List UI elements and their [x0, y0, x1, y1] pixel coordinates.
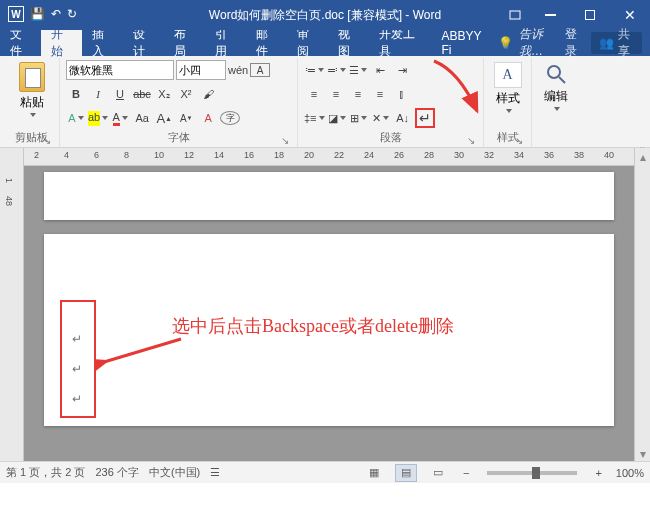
- shrink-font-icon[interactable]: A▼: [176, 108, 196, 128]
- align-right-icon[interactable]: ≡: [348, 84, 368, 104]
- ribbon: 粘贴 剪贴板↘ wén A B I U abc X₂ X² 🖌: [0, 56, 650, 148]
- justify-icon[interactable]: ≡: [370, 84, 390, 104]
- paragraph-mark-icon: ↵: [72, 362, 82, 377]
- clear-format-icon[interactable]: A: [198, 108, 218, 128]
- page-canvas[interactable]: ↵ ↵ ↵ 选中后点击Backspace或者delete删除: [24, 166, 634, 461]
- bold-button[interactable]: B: [66, 84, 86, 104]
- dialog-launcher-icon[interactable]: ↘: [279, 133, 291, 145]
- editing-button[interactable]: 编辑: [538, 60, 574, 113]
- numbering-icon[interactable]: ≕: [326, 60, 346, 80]
- align-left-icon[interactable]: ≡: [304, 84, 324, 104]
- find-icon: [544, 62, 568, 86]
- group-clipboard: 粘贴 剪贴板↘: [4, 58, 60, 147]
- status-bar: 第 1 页，共 2 页 236 个字 中文(中国) ☰ ▦ ▤ ▭ − + 10…: [0, 461, 650, 483]
- tab-design[interactable]: 设计: [123, 30, 164, 56]
- font-size-combo[interactable]: [176, 60, 226, 80]
- quick-access-toolbar: W 💾 ↶ ↻: [8, 6, 77, 22]
- tab-mailings[interactable]: 邮件: [246, 30, 287, 56]
- align-center-icon[interactable]: ≡: [326, 84, 346, 104]
- svg-rect-0: [510, 11, 520, 19]
- format-painter-icon[interactable]: 🖌: [198, 84, 218, 104]
- enclose-char-icon[interactable]: 字: [220, 111, 240, 125]
- share-button[interactable]: 👥共享: [591, 32, 642, 54]
- print-layout-icon[interactable]: ▤: [395, 464, 417, 482]
- paste-icon: [19, 62, 45, 92]
- group-paragraph: ≔ ≕ ☰ ⇤ ⇥ ≡ ≡ ≡ ≡ ⫿ ‡≡ ◪ ⊞ ✕ A↓ ↵ 段落: [298, 58, 484, 147]
- sort-icon[interactable]: A↓: [393, 108, 413, 128]
- status-word-count[interactable]: 236 个字: [95, 465, 138, 480]
- italic-button[interactable]: I: [88, 84, 108, 104]
- font-color-icon[interactable]: A: [110, 108, 130, 128]
- share-icon: 👥: [599, 36, 614, 50]
- font-name-combo[interactable]: [66, 60, 174, 80]
- zoom-level[interactable]: 100%: [616, 467, 644, 479]
- subscript-button[interactable]: X₂: [154, 84, 174, 104]
- increase-indent-icon[interactable]: ⇥: [392, 60, 412, 80]
- ribbon-tabs: 文件 开始 插入 设计 布局 引用 邮件 审阅 视图 开发工具 ABBYY Fi…: [0, 30, 650, 56]
- shading-icon[interactable]: ◪: [327, 108, 347, 128]
- tab-layout[interactable]: 布局: [164, 30, 205, 56]
- group-label: 段落: [380, 131, 402, 143]
- zoom-slider[interactable]: [487, 471, 577, 475]
- zoom-in-icon[interactable]: +: [591, 467, 605, 479]
- redo-icon[interactable]: ↻: [67, 7, 77, 21]
- vertical-ruler[interactable]: 1 48: [0, 148, 24, 461]
- tell-me[interactable]: 告诉我…: [519, 26, 559, 60]
- svg-line-2: [559, 77, 565, 83]
- group-styles: A 样式 样式↘: [484, 58, 532, 147]
- bullets-icon[interactable]: ≔: [304, 60, 324, 80]
- border-icon[interactable]: ⊞: [349, 108, 369, 128]
- superscript-button[interactable]: X²: [176, 84, 196, 104]
- undo-icon[interactable]: ↶: [51, 7, 61, 21]
- web-layout-icon[interactable]: ▭: [427, 464, 449, 482]
- svg-point-1: [548, 66, 560, 78]
- red-arrow-ribbon: [429, 56, 489, 126]
- dialog-launcher-icon[interactable]: ↘: [41, 133, 53, 145]
- group-label: 字体: [168, 131, 190, 143]
- strike-button[interactable]: abc: [132, 84, 152, 104]
- tab-file[interactable]: 文件: [0, 30, 41, 56]
- tab-insert[interactable]: 插入: [82, 30, 123, 56]
- paragraph-mark-icon: ↵: [72, 332, 82, 347]
- document-area: L 1 48 2 4 6 8 10 12 14 16 18 20 22 24 2…: [0, 148, 650, 461]
- text-effect-icon[interactable]: A: [66, 108, 86, 128]
- status-page[interactable]: 第 1 页，共 2 页: [6, 465, 85, 480]
- decrease-indent-icon[interactable]: ⇤: [370, 60, 390, 80]
- page-1[interactable]: [44, 172, 614, 220]
- track-changes-icon[interactable]: ☰: [210, 466, 220, 479]
- status-language[interactable]: 中文(中国): [149, 465, 200, 480]
- sign-in[interactable]: 登录: [565, 26, 585, 60]
- tab-view[interactable]: 视图: [328, 30, 369, 56]
- read-mode-icon[interactable]: ▦: [363, 464, 385, 482]
- svg-line-3: [104, 339, 181, 362]
- dialog-launcher-icon[interactable]: ↘: [513, 133, 525, 145]
- multilevel-icon[interactable]: ☰: [348, 60, 368, 80]
- grow-font-icon[interactable]: A▲: [154, 108, 174, 128]
- change-case-icon[interactable]: Aa: [132, 108, 152, 128]
- styles-button[interactable]: A 样式: [490, 60, 525, 115]
- line-spacing-icon[interactable]: ‡≡: [304, 108, 325, 128]
- char-scale-icon[interactable]: ✕: [371, 108, 391, 128]
- dialog-launcher-icon[interactable]: ↘: [465, 133, 477, 145]
- tab-references[interactable]: 引用: [205, 30, 246, 56]
- char-border-icon[interactable]: A: [250, 63, 270, 77]
- highlight-icon[interactable]: ab: [88, 108, 108, 128]
- tab-developer[interactable]: 开发工具: [369, 30, 431, 56]
- paste-button[interactable]: 粘贴: [12, 60, 52, 119]
- zoom-out-icon[interactable]: −: [459, 467, 473, 479]
- tab-review[interactable]: 审阅: [287, 30, 328, 56]
- underline-button[interactable]: U: [110, 84, 130, 104]
- distributed-icon[interactable]: ⫿: [392, 84, 412, 104]
- phonetic-icon[interactable]: wén: [228, 60, 248, 80]
- horizontal-ruler[interactable]: 2 4 6 8 10 12 14 16 18 20 22 24 26 28 30…: [24, 148, 634, 166]
- page-2[interactable]: ↵ ↵ ↵ 选中后点击Backspace或者delete删除: [44, 234, 614, 426]
- tab-home[interactable]: 开始: [41, 30, 82, 56]
- tab-abbyy[interactable]: ABBYY Fi: [432, 30, 499, 56]
- group-font: wén A B I U abc X₂ X² 🖌 A ab A Aa A▲ A▼ …: [60, 58, 298, 147]
- styles-icon: A: [494, 62, 522, 88]
- red-arrow-annotation: [96, 334, 186, 374]
- save-icon[interactable]: 💾: [30, 7, 45, 21]
- paragraph-mark-icon: ↵: [72, 392, 82, 407]
- vertical-scrollbar[interactable]: ▴ ▾: [634, 148, 650, 461]
- window-title: Word如何删除空白页.doc [兼容模式] - Word: [209, 7, 441, 24]
